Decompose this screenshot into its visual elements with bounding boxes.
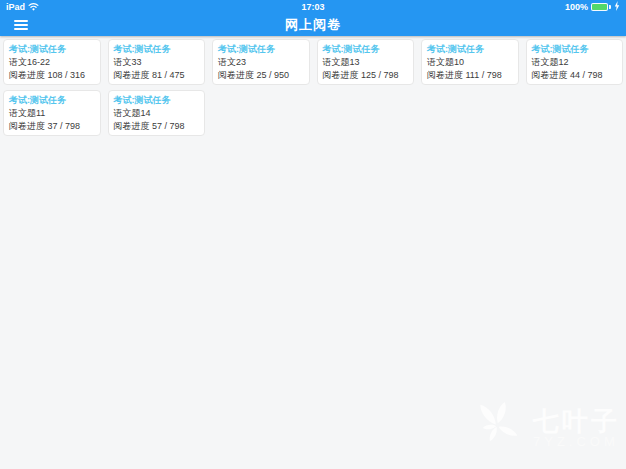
task-progress: 阅卷进度 111 / 798 [427,69,513,82]
nav-bar: 网上阅卷 [0,14,626,36]
task-card[interactable]: 考试:测试任务 语文23 阅卷进度 25 / 950 [212,39,310,85]
wifi-icon [28,2,39,13]
task-subject: 语文题11 [9,107,95,120]
task-progress: 阅卷进度 125 / 798 [323,69,409,82]
task-card[interactable]: 考试:测试任务 语文题12 阅卷进度 44 / 798 [526,39,624,85]
task-exam-title: 考试:测试任务 [114,94,200,107]
task-progress: 阅卷进度 37 / 798 [9,120,95,133]
task-progress: 阅卷进度 44 / 798 [532,69,618,82]
carrier-label: iPad [6,2,25,12]
leaf-wreath-logo-icon [469,397,525,459]
task-subject: 语文题12 [532,56,618,69]
watermark-name: 七叶子 [533,408,620,434]
clock: 17:03 [96,2,530,12]
task-subject: 语文33 [114,56,200,69]
page-title: 网上阅卷 [0,16,626,34]
task-subject: 语文题13 [323,56,409,69]
task-card[interactable]: 考试:测试任务 语文16-22 阅卷进度 108 / 316 [3,39,101,85]
task-exam-title: 考试:测试任务 [532,43,618,56]
task-card[interactable]: 考试:测试任务 语文33 阅卷进度 81 / 475 [108,39,206,85]
watermark-domain: 7YZ.COM [533,434,620,449]
task-card[interactable]: 考试:测试任务 语文题14 阅卷进度 57 / 798 [108,90,206,136]
task-progress: 阅卷进度 108 / 316 [9,69,95,82]
task-exam-title: 考试:测试任务 [218,43,304,56]
task-card[interactable]: 考试:测试任务 语文题10 阅卷进度 111 / 798 [421,39,519,85]
task-card[interactable]: 考试:测试任务 语文题11 阅卷进度 37 / 798 [3,90,101,136]
battery-charging-icon [591,3,611,11]
battery-percent-label: 100% [565,2,588,12]
task-grid: 考试:测试任务 语文16-22 阅卷进度 108 / 316 考试:测试任务 语… [0,36,626,136]
task-progress: 阅卷进度 81 / 475 [114,69,200,82]
task-subject: 语文题14 [114,107,200,120]
task-exam-title: 考试:测试任务 [114,43,200,56]
task-exam-title: 考试:测试任务 [323,43,409,56]
task-exam-title: 考试:测试任务 [427,43,513,56]
task-progress: 阅卷进度 25 / 950 [218,69,304,82]
lightning-bolt-icon [614,1,620,13]
task-subject: 语文23 [218,56,304,69]
task-subject: 语文题10 [427,56,513,69]
watermark: 七叶子 7YZ.COM [469,397,620,459]
task-exam-title: 考试:测试任务 [9,43,95,56]
status-bar: iPad 17:03 100% [0,0,626,14]
task-subject: 语文16-22 [9,56,95,69]
app-header: iPad 17:03 100% 网 [0,0,626,36]
task-exam-title: 考试:测试任务 [9,94,95,107]
hamburger-menu-button[interactable] [14,18,28,32]
task-card[interactable]: 考试:测试任务 语文题13 阅卷进度 125 / 798 [317,39,415,85]
task-progress: 阅卷进度 57 / 798 [114,120,200,133]
